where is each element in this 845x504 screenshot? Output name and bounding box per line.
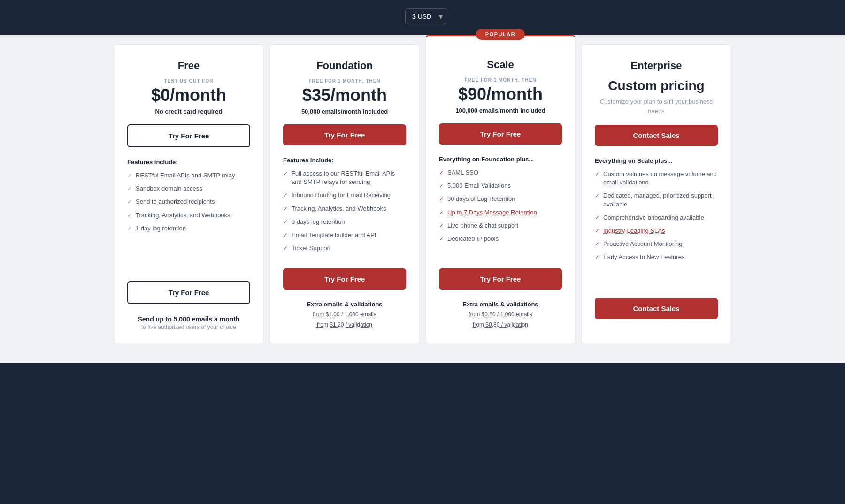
plan-emails: 100,000 emails/month included (439, 107, 562, 114)
features-title: Features include: (127, 159, 250, 166)
feature-item: ✓Dedicated IP pools (439, 235, 562, 243)
feature-text: 30 days of Log Retention (447, 195, 515, 203)
extra-emails-detail: from $1.00 / 1,000 emailsfrom $1.20 / va… (283, 310, 406, 330)
feature-text: Dedicated IP pools (447, 235, 499, 243)
check-icon: ✓ (595, 227, 599, 235)
check-icon: ✓ (439, 209, 444, 217)
check-icon: ✓ (595, 253, 599, 261)
feature-item: ✓Dedicated, managed, prioritized support… (595, 191, 718, 208)
feature-text: Tracking, Analytics, and Webhooks (292, 205, 386, 213)
feature-list: ✓Custom volumes on message volume and em… (595, 170, 718, 287)
check-icon: ✓ (595, 192, 599, 200)
plan-card-enterprise: EnterpriseCustom pricingCustomize your p… (581, 44, 731, 344)
feature-list: ✓Full access to our RESTful Email APIs a… (283, 169, 406, 257)
feature-item: ✓Tracking, Analytics, and Webhooks (283, 205, 406, 213)
plan-price: $35/month (283, 85, 406, 105)
feature-item: ✓SAML SSO (439, 168, 562, 177)
plan-subtitle: TEST US OUT FOR (127, 78, 250, 84)
cta-bottom-button[interactable]: Contact Sales (595, 298, 718, 319)
feature-item: ✓Sandbox domain access (127, 184, 250, 193)
feature-item: ✓Send to authorized recipients (127, 198, 250, 206)
feature-item: ✓Full access to our RESTful Email APIs a… (283, 169, 406, 186)
feature-text: Ticket Support (292, 244, 330, 252)
feature-item: ✓Custom volumes on message volume and em… (595, 170, 718, 187)
feature-text: Custom volumes on message volume and ema… (603, 170, 718, 187)
feature-text: 5 days log retention (292, 218, 345, 226)
feature-item: ✓Tracking, Analytics, and Webhooks (127, 211, 250, 220)
cta-top-button[interactable]: Contact Sales (595, 125, 718, 146)
feature-link[interactable]: Up to 7 Days Message Retention (447, 209, 537, 216)
features-title: Everything on Scale plus... (595, 157, 718, 164)
plan-name: Enterprise (595, 60, 718, 72)
feature-text: Tracking, Analytics, and Webhooks (136, 211, 230, 220)
feature-item: ✓Early Access to New Features (595, 253, 718, 261)
check-icon: ✓ (127, 225, 132, 233)
cta-bottom-button[interactable]: Try For Free (283, 268, 406, 290)
feature-text: Sandbox domain access (136, 184, 202, 193)
feature-text: 5,000 Email Validations (447, 182, 511, 190)
check-icon: ✓ (283, 170, 288, 178)
check-icon: ✓ (595, 240, 599, 248)
feature-text: Dedicated, managed, prioritized support … (603, 191, 718, 208)
feature-text: Proactive Account Monitoring (603, 240, 682, 248)
feature-text: Early Access to New Features (603, 253, 684, 261)
check-icon: ✓ (127, 212, 132, 220)
plan-custom-desc: Customize your plan to suit your busines… (595, 97, 718, 115)
features-title: Everything on Foundation plus... (439, 156, 562, 163)
feature-text: 1 day log retention (136, 224, 186, 233)
cta-top-button[interactable]: Try For Free (439, 123, 562, 145)
plan-card-free: FreeTEST US OUT FOR$0/monthNo credit car… (114, 44, 264, 344)
cta-bottom-button[interactable]: Try For Free (127, 281, 250, 304)
feature-item: ✓Email Template builder and API (283, 231, 406, 239)
plan-subtitle: FREE FOR 1 MONTH, THEN (283, 78, 406, 84)
check-icon: ✓ (283, 205, 288, 213)
plan-name: Foundation (283, 60, 406, 72)
plan-card-scale: POPULARScaleFREE FOR 1 MONTH, THEN$90/mo… (425, 35, 576, 344)
feature-item: ✓5,000 Email Validations (439, 182, 562, 190)
currency-select[interactable]: $ USD € EUR £ GBP (405, 8, 447, 24)
currency-wrapper[interactable]: $ USD € EUR £ GBP (405, 8, 447, 24)
features-title: Features include: (283, 157, 406, 164)
feature-link[interactable]: Industry-Leading SLAs (603, 227, 665, 234)
feature-text: Email Template builder and API (292, 231, 376, 239)
send-limit-sub: to five authorized users of your choice (127, 324, 250, 330)
plan-name: Free (127, 60, 250, 72)
feature-list: ✓SAML SSO✓5,000 Email Validations✓30 day… (439, 168, 562, 257)
feature-item: ✓30 days of Log Retention (439, 195, 562, 203)
check-icon: ✓ (283, 191, 288, 199)
feature-text: Comprehensive onboarding available (603, 214, 704, 222)
bottom-section: Try For FreeExtra emails & validationsfr… (439, 268, 562, 330)
check-icon: ✓ (283, 218, 288, 226)
extra-emails-title: Extra emails & validations (283, 301, 406, 308)
feature-text: Industry-Leading SLAs (603, 227, 665, 235)
bottom-section: Try For FreeExtra emails & validationsfr… (283, 268, 406, 330)
feature-item: ✓Ticket Support (283, 244, 406, 252)
bottom-section: Contact Sales (595, 298, 718, 330)
check-icon: ✓ (439, 169, 444, 177)
cta-top-button[interactable]: Try For Free (127, 124, 250, 147)
plan-price: $90/month (439, 84, 562, 104)
check-icon: ✓ (439, 182, 444, 190)
plan-price: Custom pricing (595, 78, 718, 93)
feature-text: RESTful Email APIs and SMTP relay (136, 171, 235, 180)
cta-bottom-button[interactable]: Try For Free (439, 268, 562, 290)
feature-text: Send to authorized recipients (136, 198, 215, 206)
send-limit: Send up to 5,000 emails a month (127, 315, 250, 323)
popular-badge: POPULAR (476, 29, 525, 40)
extra-emails-detail: from $0.80 / 1,000 emailsfrom $0.80 / va… (439, 310, 562, 330)
feature-list: ✓RESTful Email APIs and SMTP relay✓Sandb… (127, 171, 250, 270)
feature-text: Full access to our RESTful Email APIs an… (292, 169, 406, 186)
check-icon: ✓ (127, 172, 132, 180)
extra-emails-title: Extra emails & validations (439, 301, 562, 308)
feature-text: Live phone & chat support (447, 221, 518, 230)
feature-text: Inbound Routing for Email Receiving (292, 191, 391, 199)
feature-item: ✓Comprehensive onboarding available (595, 214, 718, 222)
feature-item: ✓Industry-Leading SLAs (595, 227, 718, 235)
plan-name: Scale (439, 59, 562, 71)
feature-item: ✓RESTful Email APIs and SMTP relay (127, 171, 250, 180)
plan-card-foundation: FoundationFREE FOR 1 MONTH, THEN$35/mont… (269, 44, 420, 344)
check-icon: ✓ (127, 198, 132, 206)
plan-emails: 50,000 emails/month included (283, 108, 406, 115)
cta-top-button[interactable]: Try For Free (283, 124, 406, 145)
check-icon: ✓ (283, 231, 288, 239)
